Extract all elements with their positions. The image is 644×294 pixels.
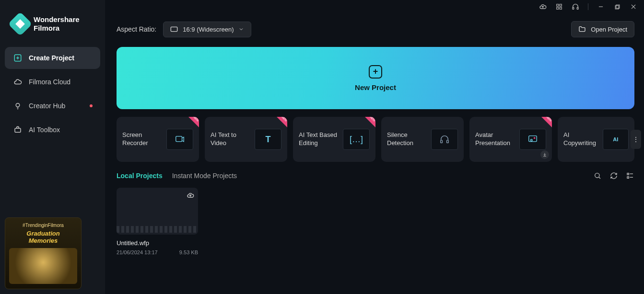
list-view-icon[interactable] — [626, 171, 634, 180]
close-icon[interactable] — [630, 3, 637, 11]
refresh-icon[interactable] — [609, 171, 618, 180]
svg-rect-30 — [627, 173, 629, 175]
aspect-ratio-value: 16:9 (Widescreen) — [183, 26, 234, 33]
promo-title: Graduation Memories — [26, 230, 59, 244]
svg-rect-20 — [176, 136, 182, 142]
new-badge-icon — [188, 117, 199, 127]
new-project-label: New Project — [355, 83, 396, 91]
svg-rect-32 — [627, 177, 629, 178]
svg-rect-13 — [577, 7, 578, 9]
cloud-upload-icon[interactable] — [539, 3, 547, 11]
nav-label: Creator Hub — [29, 102, 65, 110]
project-meta: 21/06/2024 13:17 9.53 KB — [117, 249, 198, 255]
aspect-ratio-label: Aspect Ratio: — [117, 25, 156, 33]
maximize-icon[interactable] — [613, 3, 621, 11]
projects-grid: Untitled.wfp 21/06/2024 13:17 9.53 KB — [105, 184, 644, 259]
text-video-icon: T — [255, 129, 281, 150]
tool-label: AI Copywriting — [563, 131, 603, 147]
plus-icon: + — [369, 65, 382, 79]
open-project-button[interactable]: Open Project — [571, 21, 634, 37]
brand-name: Wondershare Filmora — [34, 15, 80, 33]
open-project-label: Open Project — [591, 26, 627, 33]
svg-rect-21 — [441, 140, 443, 143]
svg-rect-19 — [171, 27, 177, 31]
new-badge-icon — [365, 117, 375, 127]
nav-filmora-cloud[interactable]: Filmora Cloud — [5, 71, 100, 93]
tool-label: AI Text to Video — [211, 131, 254, 147]
bulb-icon — [13, 102, 22, 110]
svg-rect-11 — [560, 7, 562, 9]
svg-rect-22 — [447, 140, 449, 143]
svg-point-24 — [530, 139, 532, 141]
cloud-upload-icon[interactable] — [187, 192, 194, 199]
toolbox-icon — [13, 125, 22, 134]
plus-square-icon — [13, 54, 22, 62]
promo-image — [9, 248, 77, 284]
app-logo: Wondershare Filmora — [0, 0, 105, 42]
promo-tag: #TrendinginFilmora — [23, 223, 64, 228]
project-size: 9.53 KB — [179, 249, 198, 255]
separator — [588, 3, 588, 10]
new-badge-icon — [541, 117, 552, 127]
svg-rect-15 — [616, 5, 619, 8]
tool-ai-text-editing[interactable]: AI Text Based Editing […] — [293, 117, 375, 162]
minimize-icon[interactable] — [597, 3, 605, 11]
notification-dot-icon — [90, 104, 93, 107]
search-icon[interactable] — [593, 171, 602, 180]
recorder-icon — [166, 129, 193, 150]
tool-label: Silence Detection — [387, 131, 430, 147]
tool-label: Screen Recorder — [122, 131, 165, 147]
project-date: 21/06/2024 13:17 — [117, 249, 158, 255]
sidebar: Wondershare Filmora Create Project Filmo… — [0, 0, 105, 294]
text-editing-icon: […] — [343, 129, 370, 150]
promo-card[interactable]: #TrendinginFilmora Graduation Memories — [5, 217, 82, 289]
svg-rect-16 — [615, 5, 619, 9]
svg-rect-10 — [557, 7, 559, 9]
nav-label: AI Toolbox — [29, 126, 60, 134]
tool-avatar-presentation[interactable]: Avatar Presentation — [469, 117, 552, 162]
avatar-icon — [519, 129, 546, 150]
cloud-icon — [13, 78, 22, 86]
monitor-icon — [170, 26, 178, 32]
svg-rect-12 — [573, 7, 574, 9]
chevron-down-icon — [238, 26, 244, 32]
folder-icon — [578, 25, 586, 33]
project-thumbnail — [117, 188, 198, 235]
ai-icon: AI — [603, 129, 629, 150]
nav-create-project[interactable]: Create Project — [5, 47, 100, 69]
download-icon — [540, 150, 549, 159]
tab-instant-mode[interactable]: Instant Mode Projects — [172, 172, 237, 180]
grid-icon[interactable] — [555, 3, 563, 11]
tool-ai-copywriting[interactable]: AI Copywriting AI — [558, 117, 634, 162]
svg-rect-6 — [15, 128, 21, 132]
new-project-button[interactable]: + New Project — [117, 47, 634, 109]
project-name: Untitled.wfp — [117, 239, 198, 247]
tool-screen-recorder[interactable]: Screen Recorder — [117, 117, 199, 162]
tool-label: AI Text Based Editing — [299, 131, 342, 147]
new-badge-icon — [277, 117, 287, 127]
nav-creator-hub[interactable]: Creator Hub — [5, 95, 100, 117]
nav-label: Filmora Cloud — [29, 78, 70, 86]
main-area: Aspect Ratio: 16:9 (Widescreen) Open Pro… — [105, 0, 644, 294]
aspect-ratio-select[interactable]: 16:9 (Widescreen) — [163, 22, 251, 37]
nav-ai-toolbox[interactable]: AI Toolbox — [5, 119, 100, 141]
svg-point-25 — [534, 137, 536, 139]
tool-silence-detection[interactable]: Silence Detection — [381, 117, 464, 162]
project-card[interactable]: Untitled.wfp 21/06/2024 13:17 9.53 KB — [117, 188, 198, 255]
svg-rect-9 — [560, 4, 562, 6]
headphones-icon — [431, 129, 458, 150]
sidebar-nav: Create Project Filmora Cloud Creator Hub… — [0, 42, 105, 141]
svg-point-28 — [595, 173, 599, 178]
svg-point-3 — [16, 103, 20, 107]
tool-row: Screen Recorder AI Text to Video T AI Te… — [105, 117, 644, 162]
svg-rect-23 — [529, 136, 537, 142]
top-row: Aspect Ratio: 16:9 (Widescreen) Open Pro… — [105, 13, 644, 43]
more-tools-button[interactable]: ⋮ — [631, 130, 641, 149]
headset-icon[interactable] — [572, 3, 579, 11]
svg-line-29 — [599, 177, 600, 179]
tab-local-projects[interactable]: Local Projects — [117, 172, 163, 180]
tabs-row: Local Projects Instant Mode Projects — [105, 162, 644, 184]
tool-label: Avatar Presentation — [475, 131, 518, 147]
nav-label: Create Project — [29, 54, 74, 62]
tool-ai-text-video[interactable]: AI Text to Video T — [205, 117, 287, 162]
